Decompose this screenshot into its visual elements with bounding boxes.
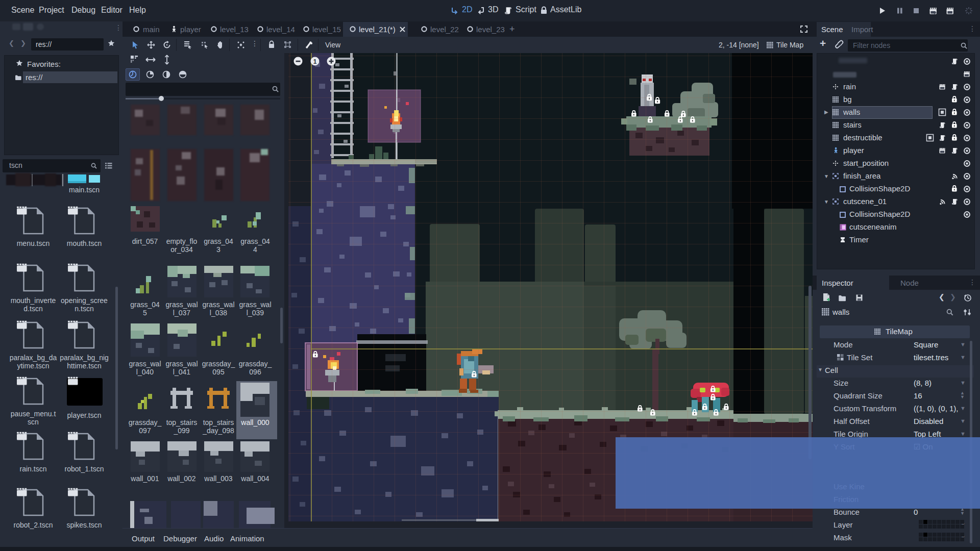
svg-text:1: 1	[313, 58, 317, 65]
